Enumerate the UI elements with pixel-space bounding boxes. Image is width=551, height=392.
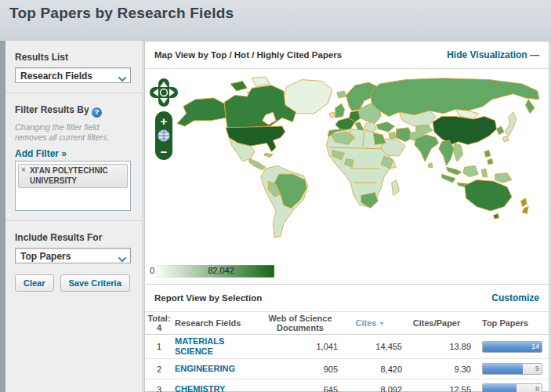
include-results-value: Top Papers	[20, 251, 71, 262]
map-view-title: Map View by Top / Hot / Highly Cited Pap…	[154, 50, 342, 60]
filter-section: Filter Results By ? Changing the filter …	[5, 93, 142, 211]
top-papers-value: 8	[535, 384, 539, 392]
hide-visualization-label: Hide Visualization	[447, 49, 527, 60]
include-results-section: Include Results For Top Papers	[5, 221, 142, 263]
results-list-label: Results List	[15, 52, 142, 63]
zoom-in-icon: +	[161, 114, 168, 128]
top-papers-bar: 14	[482, 341, 542, 353]
left-edge-strip	[0, 41, 5, 392]
hide-visualization-link[interactable]: Hide Visualization —	[447, 49, 539, 60]
total-label: Total:	[145, 314, 173, 323]
top-papers-value: 14	[531, 342, 539, 352]
cites-paper-value: 13.89	[402, 342, 471, 351]
row-rank: 3	[145, 385, 173, 392]
choropleth-map	[145, 69, 549, 263]
col-wos-documents: Web of Science Documents	[263, 314, 338, 332]
filter-note: Changing the filter field removes all cu…	[15, 122, 132, 143]
pan-control[interactable]	[150, 78, 178, 107]
row-rank: 1	[145, 342, 173, 351]
legend-min: 0	[150, 266, 154, 275]
zoom-out-icon: −	[161, 145, 168, 158]
sidebar: Results List Research Fields Filter Resu…	[5, 41, 143, 392]
map-controls: + −	[150, 78, 178, 163]
top-papers-value: 9	[535, 364, 539, 374]
results-list-value: Research Fields	[20, 71, 92, 82]
map-view-header: Map View by Top / Hot / Highly Cited Pap…	[145, 42, 549, 69]
add-filter-link[interactable]: Add Filter »	[15, 148, 67, 159]
results-list-section: Results List Research Fields	[5, 41, 142, 83]
filter-by-label-row: Filter Results By ?	[15, 104, 142, 118]
field-link[interactable]: ENGINEERING	[175, 364, 235, 374]
main-panel: Map View by Top / Hot / Highly Cited Pap…	[144, 41, 549, 392]
filter-tag-label: XI'AN POLYTECHNIC UNIVERSITY	[30, 166, 108, 185]
top-papers-bar: 9	[482, 363, 542, 375]
page-header: Top Papers by Research Fields	[0, 0, 551, 42]
filter-by-label: Filter Results By	[15, 104, 89, 115]
filter-tag[interactable]: × XI'AN POLYTECHNIC UNIVERSITY	[18, 164, 128, 188]
results-list-dropdown[interactable]: Research Fields	[15, 67, 131, 83]
help-icon[interactable]: ?	[92, 107, 102, 118]
world-map[interactable]: + −	[145, 69, 549, 263]
minus-icon: —	[530, 49, 539, 60]
wos-value: 905	[263, 365, 338, 374]
legend-max: 82,042	[186, 266, 256, 275]
top-papers-bar: 8	[482, 383, 542, 392]
table-row: 2 ENGINEERING 905 8,420 9.30 9	[145, 359, 549, 379]
cites-paper-value: 9.30	[402, 365, 471, 374]
cites-paper-value: 12.55	[402, 385, 471, 392]
filter-list-box[interactable]: × XI'AN POLYTECHNIC UNIVERSITY	[15, 161, 131, 211]
field-link[interactable]: MATERIALS SCIENCE	[175, 336, 263, 357]
cites-label: Cites	[356, 318, 377, 328]
customize-link[interactable]: Customize	[491, 292, 539, 303]
total-header: Total: 4	[145, 314, 173, 332]
cites-value: 8,420	[338, 365, 402, 374]
sort-arrow-icon: ▼	[379, 321, 385, 326]
col-top-papers: Top Papers	[471, 318, 549, 328]
chevron-down-icon	[118, 252, 127, 268]
include-results-label: Include Results For	[15, 232, 142, 243]
include-results-dropdown[interactable]: Top Papers	[15, 248, 131, 263]
wos-value: 645	[263, 385, 338, 392]
zoom-control[interactable]: + −	[155, 111, 172, 160]
cites-value: 8,092	[338, 385, 402, 392]
report-view-title: Report View by Selection	[154, 293, 262, 303]
table-row: 1 MATERIALS SCIENCE 1,041 14,455 13.89 1…	[145, 335, 549, 359]
cites-value: 14,455	[338, 342, 402, 351]
col-research-fields: Research Fields	[173, 318, 263, 328]
page-title: Top Papers by Research Fields	[9, 5, 234, 22]
field-link[interactable]: CHEMISTRY	[175, 384, 225, 392]
report-view-header: Report View by Selection Customize	[145, 285, 549, 312]
clear-button[interactable]: Clear	[15, 274, 54, 292]
sidebar-buttons: Clear Save Criteria	[15, 274, 142, 292]
total-value: 4	[145, 323, 173, 332]
table-header-row: Total: 4 Research Fields Web of Science …	[145, 312, 549, 335]
col-cites-sort[interactable]: Cites ▼	[338, 318, 402, 328]
table-row: 3 CHEMISTRY 645 8,092 12.55 8	[145, 379, 549, 392]
map-legend: 0 82,042	[145, 263, 549, 285]
wos-value: 1,041	[263, 342, 338, 351]
row-rank: 2	[145, 365, 173, 374]
remove-filter-icon[interactable]: ×	[21, 165, 26, 176]
chevron-down-icon	[118, 72, 127, 88]
col-cites-paper: Cites/Paper	[402, 318, 471, 328]
save-criteria-button[interactable]: Save Criteria	[60, 274, 130, 292]
results-table: Total: 4 Research Fields Web of Science …	[145, 312, 549, 392]
